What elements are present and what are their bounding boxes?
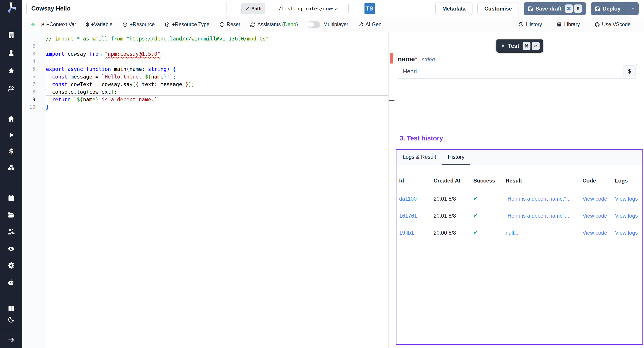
code-line[interactable]: // import * as wmill from "https://deno.… — [46, 35, 388, 42]
column-header: Logs — [615, 178, 642, 184]
created-at-cell: 20:01 8/8 — [434, 196, 474, 202]
package-icon — [164, 22, 170, 27]
toolbar-item-resource-type[interactable]: +Resource Type — [164, 22, 210, 28]
name-argument-input[interactable] — [397, 64, 637, 79]
path-label: Path — [242, 3, 265, 14]
result-link[interactable]: "Henri is a decent name"... — [506, 213, 582, 219]
test-history-panel: Logs & ResultHistory IdCreated AtSuccess… — [396, 149, 643, 345]
table-header-row: IdCreated AtSuccessResultCodeLogs — [399, 165, 642, 190]
view-code-link[interactable]: View code — [582, 196, 615, 202]
result-link[interactable]: "Henri is a decent name."... — [506, 196, 582, 202]
toolbar-item-variable[interactable]: $+Variable — [86, 22, 112, 28]
cursor-position-marker — [389, 100, 394, 101]
customise-button[interactable]: Customise — [478, 2, 519, 15]
code-line[interactable]: return `${name} is a decent name.` — [46, 96, 388, 103]
sidebar-item-moon[interactable] — [7, 315, 16, 324]
deploy-button[interactable]: Deploy — [591, 2, 639, 15]
chevron-down-icon[interactable] — [629, 6, 637, 11]
toolbar-item-use-vscode[interactable]: Use VScode — [594, 22, 630, 28]
path-field[interactable]: Path — [241, 3, 348, 14]
column-header: Code — [582, 178, 615, 184]
code-line[interactable] — [46, 42, 388, 50]
code-line[interactable]: import cowsay from "npm:cowsay@1.5.0"; — [46, 50, 388, 58]
toolbar-item-reset[interactable]: Reset — [219, 22, 240, 28]
insert-variable-button[interactable]: $ — [623, 65, 636, 78]
toolbar-item-history[interactable]: History — [518, 22, 542, 28]
package-icon — [122, 22, 128, 27]
toolbar-item-label: Assistants (Deno) — [258, 22, 298, 28]
script-name-input[interactable] — [26, 2, 227, 15]
windmill-script-editor: $ Path TS Metadata Customise Save draft … — [0, 0, 644, 348]
toolbar-item-assistants-deno[interactable]: Assistants (Deno) — [250, 22, 298, 28]
code-line[interactable]: const cowText = cowsay.say({ text: messa… — [46, 80, 388, 88]
test-button[interactable]: Test ⌘↵ — [496, 39, 544, 52]
windmill-logo[interactable] — [5, 2, 17, 14]
sidebar-item-user[interactable] — [7, 48, 16, 57]
sidebar-item-book[interactable] — [7, 304, 16, 313]
book-icon — [557, 22, 562, 27]
code-line[interactable]: console.log(cowText); — [46, 88, 388, 96]
sidebar-item-building[interactable] — [7, 30, 16, 39]
line-number: 8 — [22, 88, 46, 96]
column-header: Id — [399, 178, 434, 184]
toolbar-item-resource[interactable]: +Resource — [122, 22, 155, 28]
view-code-link[interactable]: View code — [582, 230, 615, 236]
sidebar-item-eye[interactable] — [7, 244, 16, 253]
view-logs-link[interactable]: View logs — [615, 213, 642, 219]
save-draft-button[interactable]: Save draft ⌘S — [524, 2, 586, 15]
sidebar-item-home[interactable] — [7, 114, 16, 123]
folder-icon — [8, 211, 15, 219]
toolbar-item-multiplayer[interactable]: Multiplayer — [308, 21, 348, 28]
view-logs-link[interactable]: View logs — [615, 196, 642, 202]
code-line[interactable]: const message = `Hello there, ${name}!`; — [46, 73, 388, 80]
sidebar-item-calendar[interactable] — [7, 194, 16, 202]
path-input[interactable] — [265, 3, 348, 14]
building-icon — [8, 31, 15, 39]
sidebar-item-dollar[interactable]: $ — [7, 147, 16, 156]
sidebar-item-user-cog[interactable] — [7, 227, 16, 236]
line-number: 4 — [22, 58, 46, 65]
table-row: 16176120:01 8/8✔"Henri is a decent name"… — [399, 207, 642, 224]
argument-input-wrap: $ — [397, 64, 637, 79]
run-id-link[interactable]: 161761 — [399, 213, 434, 219]
code-line[interactable]: } — [46, 103, 388, 111]
result-link[interactable]: null... — [506, 230, 582, 236]
toolbar-item-library[interactable]: Library — [557, 22, 580, 28]
code-area[interactable]: // import * as wmill from "https://deno.… — [46, 32, 388, 348]
code-editor[interactable]: 12345678910 // import * as wmill from "h… — [22, 32, 395, 348]
sidebar-item-cubes[interactable] — [7, 163, 16, 172]
view-code-link[interactable]: View code — [582, 213, 615, 219]
success-check-icon: ✔ — [474, 213, 506, 219]
toolbar-item-context-var[interactable]: $+Context Var — [41, 22, 76, 28]
sidebar-item-gear[interactable] — [7, 261, 16, 270]
line-number: 7 — [22, 80, 46, 88]
toolbar-item-label: +Context Var — [46, 22, 76, 28]
sidebar-item-star[interactable] — [7, 66, 16, 75]
module-url-link[interactable]: "https://deno.land/x/windmill@v1.136.0/m… — [126, 36, 269, 42]
run-id-link[interactable]: 19ffb1 — [399, 230, 434, 236]
multiplayer-toggle[interactable] — [308, 21, 320, 28]
metadata-button[interactable]: Metadata — [435, 2, 472, 15]
sidebar-item-arrow-right[interactable] — [7, 336, 16, 344]
sidebar-item-users[interactable] — [7, 84, 16, 93]
test-panel: Test ⌘↵ name* string $ 3. Test history L… — [395, 32, 644, 348]
play-icon — [500, 44, 505, 48]
toolbar-item-label: Library — [564, 22, 580, 28]
code-line[interactable] — [46, 58, 388, 65]
tab-logs-result[interactable]: Logs & Result — [397, 150, 442, 165]
toolbar-item-ai-gen[interactable]: AI Gen — [358, 22, 382, 28]
sidebar-item-play[interactable] — [7, 130, 16, 140]
line-number: 2 — [22, 42, 46, 50]
sidebar-item-folder[interactable] — [7, 210, 16, 220]
column-header: Result — [506, 178, 582, 184]
created-at-cell: 20:01 8/8 — [434, 213, 474, 219]
sidebar-item-robot[interactable] — [7, 278, 16, 287]
column-header: Created At — [434, 178, 474, 184]
view-logs-link[interactable]: View logs — [615, 230, 642, 236]
code-line[interactable]: export async function main(name: string)… — [46, 65, 388, 73]
overview-ruler[interactable] — [388, 32, 395, 348]
argument-type: string — [422, 56, 435, 62]
robot-icon — [8, 279, 15, 286]
tab-history[interactable]: History — [442, 150, 470, 165]
run-id-link[interactable]: da1100 — [399, 196, 434, 202]
